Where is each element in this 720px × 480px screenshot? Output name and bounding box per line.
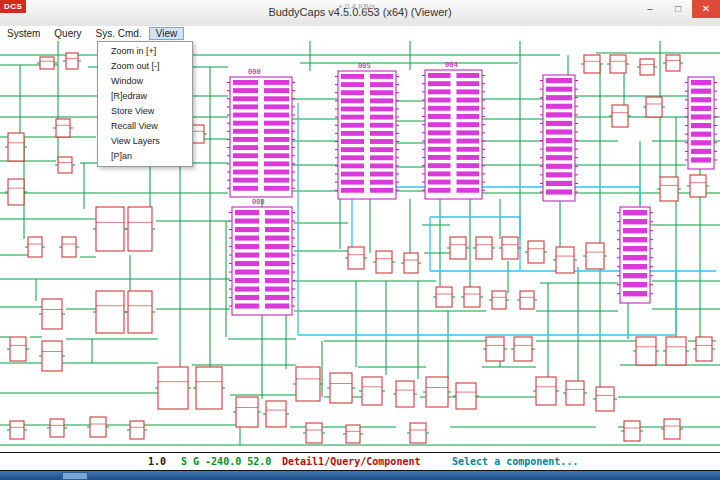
window-controls: – □ ✕ (636, 0, 720, 18)
view-menu-item[interactable]: [P]an (98, 149, 192, 164)
application-window: BuddyCaps v4.5.0.653 (x64) (Viewer) – □ … (0, 0, 720, 480)
corner-logo: DCS (0, 0, 26, 13)
context-path: Detail1/Query/Component (282, 456, 420, 467)
maximize-button[interactable]: □ (664, 0, 692, 18)
svg-text:004: 004 (445, 61, 458, 69)
taskbar (0, 471, 720, 480)
menu-item-query[interactable]: Query (47, 27, 88, 40)
svg-text:008: 008 (252, 198, 265, 206)
menu-item-system[interactable]: System (0, 27, 47, 40)
view-menu-item[interactable]: Window (98, 74, 192, 89)
menubar: SystemQuerySys. Cmd.View (0, 26, 720, 42)
statusbar: 1.0 S G -240.0 52.0 Detail1/Query/Compon… (0, 452, 720, 471)
view-menu-item[interactable]: Zoom out [-] (98, 59, 192, 74)
net-meter-text: + 0.4 KB/s (338, 2, 375, 11)
view-menu-item[interactable]: Store View (98, 104, 192, 119)
status-prompt: Select a component... (452, 456, 578, 467)
taskbar-app-button[interactable] (62, 472, 88, 480)
view-menu-item[interactable]: Recall View (98, 119, 192, 134)
close-button[interactable]: ✕ (692, 0, 720, 18)
minimize-button[interactable]: – (636, 0, 664, 18)
zoom-level: 1.0 (148, 456, 166, 467)
menu-item-view[interactable]: View (149, 27, 185, 40)
cursor-coords: S G -240.0 52.0 (181, 456, 271, 467)
view-menu-item[interactable]: View Layers (98, 134, 192, 149)
view-menu: Zoom in [+]Zoom out [-]Window[R]edrawSto… (97, 41, 193, 167)
svg-text:000: 000 (248, 68, 261, 76)
view-menu-item[interactable]: [R]edraw (98, 89, 192, 104)
view-menu-item[interactable]: Zoom in [+] (98, 44, 192, 59)
svg-text:005: 005 (358, 62, 371, 70)
menu-item-sys-cmd-[interactable]: Sys. Cmd. (89, 27, 149, 40)
